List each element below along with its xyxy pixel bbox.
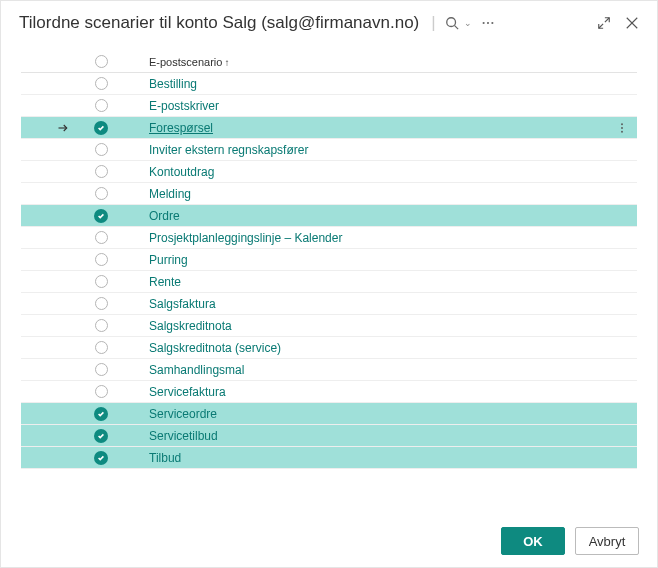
row-checkbox[interactable]: [81, 319, 121, 332]
row-label[interactable]: Servicetilbud: [121, 429, 607, 443]
unchecked-icon: [95, 297, 108, 310]
ok-button[interactable]: OK: [501, 527, 565, 555]
row-checkbox[interactable]: [81, 165, 121, 178]
list-item[interactable]: Rente: [21, 271, 637, 293]
list-item[interactable]: Melding: [21, 183, 637, 205]
list-item[interactable]: Serviceordre: [21, 403, 637, 425]
cancel-button[interactable]: Avbryt: [575, 527, 639, 555]
check-icon: [94, 121, 108, 135]
list-item[interactable]: E-postskriver: [21, 95, 637, 117]
row-checkbox[interactable]: [81, 341, 121, 354]
row-label[interactable]: Serviceordre: [121, 407, 607, 421]
row-label[interactable]: Salgskreditnota (service): [121, 341, 607, 355]
dialog-footer: OK Avbryt: [1, 515, 657, 567]
row-label[interactable]: Kontoutdrag: [121, 165, 607, 179]
column-header-row: E-postscenario↑: [21, 51, 637, 73]
unchecked-icon: [95, 99, 108, 112]
check-icon: [94, 451, 108, 465]
unchecked-icon: [95, 143, 108, 156]
row-label[interactable]: E-postskriver: [121, 99, 607, 113]
svg-line-6: [599, 24, 603, 28]
row-checkbox[interactable]: [81, 297, 121, 310]
sort-ascending-icon: ↑: [224, 57, 229, 68]
unchecked-icon: [95, 77, 108, 90]
list-item[interactable]: Ordre: [21, 205, 637, 227]
unchecked-icon: [95, 253, 108, 266]
list-item[interactable]: Samhandlingsmal: [21, 359, 637, 381]
search-chevron-icon[interactable]: ⌄: [464, 18, 472, 28]
row-label[interactable]: Ordre: [121, 209, 607, 223]
list-item[interactable]: Kontoutdrag: [21, 161, 637, 183]
more-actions-icon[interactable]: [480, 15, 496, 31]
row-label[interactable]: Tilbud: [121, 451, 607, 465]
unchecked-icon: [95, 385, 108, 398]
list-item[interactable]: Prosjektplanleggingslinje – Kalender: [21, 227, 637, 249]
list-item[interactable]: Tilbud: [21, 447, 637, 469]
svg-point-2: [482, 22, 484, 24]
close-icon[interactable]: [625, 16, 639, 30]
unchecked-icon: [95, 187, 108, 200]
row-label[interactable]: Forespørsel: [121, 121, 607, 135]
row-label[interactable]: Samhandlingsmal: [121, 363, 607, 377]
check-icon: [94, 429, 108, 443]
row-checkbox[interactable]: [81, 77, 121, 90]
row-checkbox[interactable]: [81, 451, 121, 465]
scenario-list: E-postscenario↑ BestillingE-postskriverF…: [1, 41, 657, 501]
row-label[interactable]: Purring: [121, 253, 607, 267]
row-label[interactable]: Inviter ekstern regnskapsfører: [121, 143, 607, 157]
unchecked-icon: [95, 275, 108, 288]
list-item[interactable]: Servicetilbud: [21, 425, 637, 447]
unchecked-icon: [95, 165, 108, 178]
list-item[interactable]: Inviter ekstern regnskapsfører: [21, 139, 637, 161]
list-item[interactable]: Salgsfaktura: [21, 293, 637, 315]
svg-line-5: [605, 18, 609, 22]
list-item[interactable]: Salgskreditnota: [21, 315, 637, 337]
kebab-menu-icon: [616, 122, 628, 134]
svg-line-1: [454, 26, 458, 30]
row-checkbox[interactable]: [81, 99, 121, 112]
unchecked-icon: [95, 363, 108, 376]
row-checkbox[interactable]: [81, 231, 121, 244]
row-checkbox[interactable]: [81, 275, 121, 288]
column-header[interactable]: E-postscenario↑: [121, 56, 607, 68]
list-item[interactable]: Forespørsel: [21, 117, 637, 139]
row-checkbox[interactable]: [81, 253, 121, 266]
search-icon[interactable]: [444, 15, 460, 31]
row-checkbox[interactable]: [81, 407, 121, 421]
svg-point-10: [621, 123, 623, 125]
row-checkbox[interactable]: [81, 121, 121, 135]
row-label[interactable]: Prosjektplanleggingslinje – Kalender: [121, 231, 607, 245]
dialog-title: Tilordne scenarier til konto Salg (salg@…: [19, 13, 419, 33]
header-separator: |: [431, 13, 435, 33]
row-checkbox[interactable]: [81, 187, 121, 200]
unchecked-icon: [95, 341, 108, 354]
row-label[interactable]: Melding: [121, 187, 607, 201]
row-label[interactable]: Salgsfaktura: [121, 297, 607, 311]
row-checkbox[interactable]: [81, 143, 121, 156]
select-all-cell[interactable]: [81, 55, 121, 68]
row-label[interactable]: Rente: [121, 275, 607, 289]
list-item[interactable]: Purring: [21, 249, 637, 271]
row-checkbox[interactable]: [81, 385, 121, 398]
row-menu[interactable]: [607, 122, 637, 134]
row-indicator: [21, 122, 81, 134]
svg-point-11: [621, 127, 623, 129]
check-icon: [94, 407, 108, 421]
svg-point-0: [446, 18, 455, 27]
svg-point-3: [487, 22, 489, 24]
dialog-header: Tilordne scenarier til konto Salg (salg@…: [1, 1, 657, 41]
svg-point-4: [491, 22, 493, 24]
list-item[interactable]: Bestilling: [21, 73, 637, 95]
unchecked-icon: [95, 319, 108, 332]
row-checkbox[interactable]: [81, 363, 121, 376]
svg-point-12: [621, 130, 623, 132]
row-label[interactable]: Servicefaktura: [121, 385, 607, 399]
list-item[interactable]: Servicefaktura: [21, 381, 637, 403]
row-checkbox[interactable]: [81, 429, 121, 443]
list-item[interactable]: Salgskreditnota (service): [21, 337, 637, 359]
row-label[interactable]: Bestilling: [121, 77, 607, 91]
column-header-label: E-postscenario: [149, 56, 222, 68]
row-label[interactable]: Salgskreditnota: [121, 319, 607, 333]
row-checkbox[interactable]: [81, 209, 121, 223]
expand-icon[interactable]: [597, 16, 611, 30]
